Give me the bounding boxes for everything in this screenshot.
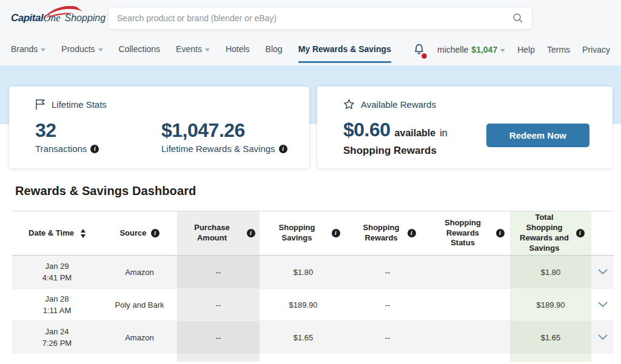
account-menu[interactable]: michelle $1,047 [437, 45, 505, 55]
table-row: Jan 294:41 PM Amazon -- $1.80 -- $1.80 [12, 256, 614, 288]
expand-cell [591, 321, 614, 354]
rewards-status-cell [428, 256, 510, 288]
sort-icon[interactable] [81, 229, 86, 238]
shopping-savings-cell: $1.80 [260, 256, 347, 288]
column-header-source[interactable]: Source i [102, 211, 177, 255]
shopping-savings-cell: $1.65 [260, 321, 347, 354]
lifetime-stats-title: Lifetime Stats [52, 99, 107, 110]
nav-item-events[interactable]: Events [176, 44, 210, 55]
nav-item-my-rewards-savings[interactable]: My Rewards & Savings [298, 44, 391, 55]
info-icon[interactable]: i [90, 145, 99, 153]
nav-label: Collections [119, 44, 160, 54]
expand-row-button[interactable] [596, 266, 610, 277]
total-cell: $189.90 [510, 289, 591, 320]
nav-bar: Brands Products Collections Events Hotel… [0, 36, 621, 63]
in-word: in [440, 127, 447, 140]
top-bar: CapitalOne Shopping Brands Products Coll… [0, 0, 621, 65]
shopping-savings-cell: $189.90 [260, 289, 347, 320]
rewards-table: Date & Time Source i Purchase Amount i S… [12, 211, 614, 362]
available-amount-block: $0.60 available in Shopping Rewards [343, 117, 448, 157]
table-row-partial [12, 354, 614, 362]
nav-label: Events [176, 44, 202, 54]
chevron-down-icon [41, 48, 45, 51]
star-icon [343, 99, 355, 110]
date-time-cell: Jan 294:41 PM [12, 256, 102, 288]
time: 1:11 AM [43, 305, 72, 317]
info-icon[interactable]: i [408, 229, 416, 237]
dashboard-title: Rewards & Savings Dashboard [15, 184, 606, 198]
column-header-expand [591, 211, 614, 255]
expand-row-button[interactable] [596, 299, 610, 310]
column-header-shopping-rewards[interactable]: Shopping Rewards i [347, 211, 428, 255]
expand-cell [591, 289, 614, 320]
column-header-total-shopping-rewards[interactable]: Total Shopping Rewards and Savings i [510, 211, 591, 255]
nav-label: Hotels [226, 44, 250, 54]
table-header-row: Date & Time Source i Purchase Amount i S… [12, 211, 614, 256]
column-label: Total Shopping Rewards and Savings [517, 213, 572, 254]
date: Jan 28 [43, 293, 72, 305]
source-cell: Poly and Bark [102, 289, 177, 320]
purchase-amount-cell: -- [177, 289, 260, 320]
hero-banner: Lifetime Stats 32 Transactions i $1,047.… [0, 65, 621, 168]
help-link[interactable]: Help [517, 45, 535, 55]
lifetime-stats-values: 32 Transactions i $1,047.26 Lifetime Rew… [35, 120, 292, 154]
lifetime-stats-card: Lifetime Stats 32 Transactions i $1,047.… [9, 87, 309, 168]
lifetime-rewards-value: $1,047.26 [161, 120, 287, 141]
privacy-link[interactable]: Privacy [582, 45, 610, 55]
nav-right: michelle $1,047 Help Terms Privacy [413, 42, 610, 58]
info-icon[interactable]: i [496, 229, 505, 237]
dashboard-header: Rewards & Savings Dashboard [0, 168, 621, 198]
lifetime-stats-title-row: Lifetime Stats [35, 99, 292, 110]
nav-item-collections[interactable]: Collections [119, 44, 160, 55]
transactions-label-row: Transactions i [35, 144, 161, 154]
info-icon[interactable]: i [332, 229, 340, 237]
lifetime-rewards-stat: $1,047.26 Lifetime Rewards & Savings i [161, 120, 287, 154]
info-icon[interactable]: i [576, 229, 585, 237]
nav-item-hotels[interactable]: Hotels [226, 44, 250, 55]
nav-item-products[interactable]: Products [61, 44, 102, 55]
column-label: Purchase Amount [182, 223, 243, 243]
capital-one-shopping-logo[interactable]: CapitalOne Shopping [11, 12, 107, 24]
info-icon[interactable]: i [279, 145, 287, 153]
search-box[interactable] [108, 7, 532, 30]
account-username: michelle [437, 45, 468, 55]
info-icon[interactable]: i [151, 229, 159, 237]
lifetime-rewards-label-row: Lifetime Rewards & Savings i [161, 144, 287, 154]
column-label: Shopping Rewards [360, 223, 403, 243]
available-word: available [395, 127, 436, 140]
redeem-now-button[interactable]: Redeem Now [486, 124, 589, 147]
source-cell: Amazon [102, 321, 177, 354]
column-header-purchase-amount[interactable]: Purchase Amount i [177, 211, 260, 255]
time: 4:41 PM [42, 272, 72, 284]
nav-label: My Rewards & Savings [298, 44, 391, 54]
column-label: Shopping Rewards Status [434, 218, 492, 249]
shopping-rewards-cell: -- [347, 256, 428, 288]
chevron-down-icon [598, 334, 608, 340]
total-cell: $1.65 [510, 321, 591, 354]
nav-item-brands[interactable]: Brands [11, 44, 45, 55]
chevron-down-icon [500, 49, 505, 52]
search-input[interactable] [117, 13, 512, 23]
chevron-down-icon [598, 269, 608, 275]
nav-label: Products [61, 44, 95, 54]
date: Jan 29 [42, 260, 72, 273]
total-cell: $1.80 [510, 256, 591, 288]
date: Jan 24 [42, 326, 72, 338]
nav-item-blog[interactable]: Blog [266, 44, 283, 55]
nav-left: Brands Products Collections Events Hotel… [11, 44, 391, 55]
available-rewards-title-row: Available Rewards [343, 99, 596, 110]
nav-label: Brands [11, 44, 38, 54]
page: CapitalOne Shopping Brands Products Coll… [0, 0, 621, 364]
notifications-button[interactable] [413, 42, 425, 58]
column-header-shopping-savings[interactable]: Shopping Savings i [260, 211, 347, 255]
info-icon[interactable]: i [247, 229, 255, 237]
purchase-amount-cell: -- [177, 256, 260, 288]
column-header-date-time[interactable]: Date & Time [12, 211, 102, 255]
column-header-shopping-rewards-status[interactable]: Shopping Rewards Status i [428, 211, 510, 255]
time: 7:26 PM [42, 337, 72, 349]
terms-link[interactable]: Terms [547, 45, 570, 55]
column-label: Source [119, 228, 146, 239]
table-row: Jan 247:26 PM Amazon -- $1.65 -- $1.65 [12, 321, 614, 354]
search-icon[interactable] [512, 13, 523, 24]
expand-row-button[interactable] [596, 332, 610, 343]
